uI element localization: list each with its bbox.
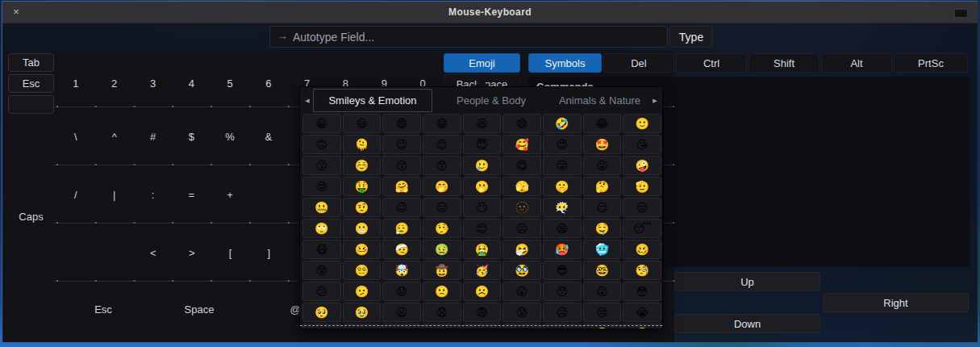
key-number[interactable]: 1	[56, 74, 95, 94]
emoji-cell[interactable]: 😷	[302, 240, 341, 259]
emoji-cell[interactable]: 🙁	[423, 282, 461, 301]
emoji-cell[interactable]: 🤪	[623, 156, 661, 175]
emoji-cell[interactable]: 😝	[302, 177, 341, 196]
emoji-cell[interactable]: 😜	[583, 156, 622, 175]
close-icon[interactable]: ×	[9, 2, 23, 23]
key-del[interactable]: Del	[603, 53, 674, 73]
key-number[interactable]: 5	[211, 74, 249, 94]
emoji-cell[interactable]: 😮‍💨	[382, 219, 421, 238]
emoji-cell[interactable]: 😃	[343, 114, 382, 133]
emoji-cell[interactable]: 😘	[623, 135, 661, 154]
emoji-cell[interactable]: 😀	[302, 114, 341, 133]
key-symbol[interactable]: $	[172, 128, 211, 147]
key-alt[interactable]: Alt	[821, 53, 892, 73]
key-tab[interactable]: Tab	[8, 53, 54, 72]
emoji-cell[interactable]: 🥳	[463, 261, 502, 280]
key-right[interactable]: Right	[823, 293, 969, 312]
emoji-cell[interactable]: 😯	[543, 282, 582, 301]
emoji-cell[interactable]: 😮	[503, 282, 541, 301]
emoji-cell[interactable]: 😶	[463, 198, 502, 217]
emoji-cell[interactable]: 🫢	[463, 177, 502, 196]
emoji-cell[interactable]: 😬	[343, 219, 382, 238]
key-caps[interactable]: Caps	[8, 207, 54, 226]
tab-smileys-emotion[interactable]: Smileys & Emotion	[313, 89, 432, 112]
emoji-cell[interactable]: 🤔	[583, 177, 622, 196]
emoji-cell[interactable]: 🙄	[302, 219, 341, 238]
emoji-cell[interactable]: 🥲	[463, 156, 502, 175]
type-button[interactable]: Type	[669, 26, 713, 48]
emoji-cell[interactable]: 😍	[543, 135, 582, 154]
titlebar-badge-icon[interactable]	[954, 9, 968, 18]
emoji-cell[interactable]: 🤠	[423, 261, 461, 280]
emoji-cell[interactable]: 😅	[503, 114, 541, 133]
emoji-cell[interactable]: 🤣	[543, 114, 582, 133]
key-symbol[interactable]: +	[211, 186, 249, 205]
emoji-cell[interactable]: 🤒	[343, 240, 382, 259]
emoji-cell[interactable]: 🫡	[623, 177, 661, 196]
key-symbol[interactable]: /	[56, 186, 95, 205]
key-up[interactable]: Up	[674, 272, 820, 291]
emoji-cell[interactable]: 🫥	[503, 198, 541, 217]
emoji-cell[interactable]: ☺️	[343, 156, 382, 175]
emoji-cell[interactable]: 😐	[382, 198, 421, 217]
key-number[interactable]: 4	[172, 74, 211, 94]
emoji-cell[interactable]: 🥸	[503, 261, 541, 280]
emoji-cell[interactable]: 🤤	[583, 219, 622, 238]
key-symbol[interactable]: \	[56, 128, 95, 147]
tab-people-body[interactable]: People & Body	[432, 89, 550, 112]
emoji-cell[interactable]: ☹️	[463, 282, 502, 301]
emoji-cell[interactable]: 😑	[423, 198, 461, 217]
emoji-cell[interactable]: 😗	[302, 156, 341, 175]
key-symbol[interactable]: <	[134, 244, 173, 263]
emoji-cell[interactable]: 🤑	[343, 177, 382, 196]
emoji-cell[interactable]: 🤩	[583, 135, 622, 154]
emoji-cell[interactable]: 😙	[423, 156, 461, 175]
emoji-cell[interactable]: 😶‍🌫️	[543, 198, 582, 217]
emoji-cell[interactable]: 🤥	[423, 219, 461, 238]
emoji-cell[interactable]: 😚	[382, 156, 421, 175]
emoji-cell[interactable]: 😉	[382, 135, 421, 154]
emoji-cell[interactable]: 🤮	[463, 240, 502, 259]
emoji-cell[interactable]: 🙃	[302, 135, 341, 154]
emoji-cell[interactable]: 😆	[463, 114, 502, 133]
emoji-cell[interactable]: 😒	[623, 198, 661, 217]
key-symbol[interactable]: |	[95, 186, 134, 205]
key-symbol[interactable]: &	[249, 128, 288, 147]
autotype-input[interactable]	[269, 26, 668, 48]
emoji-cell[interactable]: 😌	[463, 219, 502, 238]
key-symbol[interactable]: %	[211, 128, 249, 147]
emoji-cell[interactable]: 😥	[543, 303, 582, 322]
emoji-cell[interactable]: 🥰	[503, 135, 541, 154]
emoji-cell[interactable]: 🤕	[382, 240, 421, 259]
emoji-cell[interactable]: 😪	[543, 219, 582, 238]
emoji-cell[interactable]: 😇	[463, 135, 502, 154]
emoji-cell[interactable]: 🤭	[423, 177, 461, 196]
key-symbol[interactable]: ]	[249, 244, 288, 263]
key-symbol[interactable]: #	[134, 128, 173, 147]
emoji-cell[interactable]: 🫠	[343, 135, 382, 154]
key-number[interactable]: 6	[249, 74, 288, 94]
emoji-cell[interactable]: 🥵	[543, 240, 582, 259]
emoji-cell[interactable]: 🤨	[343, 198, 382, 217]
emoji-cell[interactable]: 🤓	[583, 261, 622, 280]
key-symbol[interactable]: =	[172, 186, 211, 205]
key-down[interactable]: Down	[674, 314, 820, 333]
emoji-cell[interactable]: 🤐	[302, 198, 341, 217]
emoji-cell[interactable]: 😵‍💫	[343, 261, 382, 280]
emoji-cell[interactable]: 😊	[423, 135, 461, 154]
emoji-cell[interactable]: 🧐	[623, 261, 661, 280]
key-bottom[interactable]: Esc	[56, 300, 150, 320]
emoji-cell[interactable]: 😔	[503, 219, 541, 238]
emoji-cell[interactable]: 🥴	[623, 240, 661, 259]
emoji-cell[interactable]: 😲	[583, 282, 622, 301]
key-ctrl[interactable]: Ctrl	[676, 53, 747, 73]
emoji-cell[interactable]: 😧	[423, 303, 461, 322]
key-esc[interactable]: Esc	[8, 74, 54, 93]
emoji-cell[interactable]: 🥹	[343, 303, 382, 322]
key-symbol[interactable]: :	[134, 186, 173, 205]
emoji-cell[interactable]: 😛	[543, 156, 582, 175]
emoji-cell[interactable]: 🤢	[423, 240, 461, 259]
key-symbol[interactable]: >	[173, 244, 211, 263]
key-prtsc[interactable]: PrtSc	[894, 53, 968, 73]
emoji-cell[interactable]: 🤫	[543, 177, 582, 196]
